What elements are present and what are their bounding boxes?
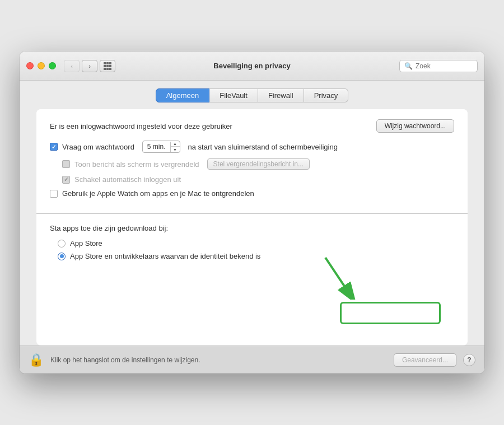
- checkbox-wachtwoord-label: Vraag om wachtwoord: [62, 143, 134, 151]
- after-stepper-label: na start van sluimerstand of schermbevei…: [188, 143, 338, 151]
- maximize-button[interactable]: [49, 62, 56, 69]
- lock-text: Klik op het hangslot om de instellingen …: [50, 356, 387, 364]
- checkbox-toon-row: Toon bericht als scherm is vergrendeld S…: [50, 158, 454, 170]
- radio-appstore[interactable]: [58, 240, 66, 247]
- password-row: Er is een inlogwachtwoord ingesteld voor…: [50, 119, 454, 133]
- search-input[interactable]: [416, 62, 473, 70]
- main-window: ‹ › Beveiliging en privacy 🔍 Algemeen Fi…: [20, 52, 484, 373]
- checkbox-applewatch-label: Gebruik je Apple Watch om apps en je Mac…: [62, 189, 254, 198]
- stepper-value: 5 min.: [143, 142, 171, 152]
- green-arrow: [320, 255, 359, 301]
- downloads-title: Sta apps toe die zijn gedownload bij:: [50, 224, 454, 232]
- help-button[interactable]: ?: [463, 354, 475, 366]
- grid-button[interactable]: [100, 60, 115, 72]
- bottom-bar: 🔒 Klik op het hangslot om de instellinge…: [20, 345, 484, 373]
- radio-appstore-dev-row: App Store en ontwikkelaars waarvan de id…: [50, 252, 454, 260]
- radio-appstore-row: App Store: [50, 239, 454, 247]
- tab-filevault[interactable]: FileVault: [209, 88, 258, 102]
- titlebar: ‹ › Beveiliging en privacy 🔍: [20, 52, 484, 81]
- radio-appstore-dev[interactable]: [58, 253, 66, 260]
- tab-firewall[interactable]: Firewall: [258, 88, 304, 102]
- grid-icon: [104, 62, 111, 70]
- checkbox-toon-label: Toon bericht als scherm is vergrendeld: [74, 160, 199, 169]
- top-section: Er is een inlogwachtwoord ingesteld voor…: [36, 109, 468, 213]
- traffic-lights: [26, 62, 56, 69]
- nav-buttons: ‹ ›: [64, 60, 97, 72]
- window-title: Beveiliging en privacy: [213, 62, 290, 70]
- stepper-down[interactable]: ▼: [171, 147, 180, 152]
- arrow-area: [50, 265, 454, 332]
- checkbox-toon[interactable]: [62, 160, 70, 168]
- search-box[interactable]: 🔍: [399, 60, 478, 72]
- content-area: Er is een inlogwachtwoord ingesteld voor…: [20, 109, 484, 345]
- highlighted-button-area[interactable]: [340, 302, 441, 324]
- stel-vergrendeling-button[interactable]: Stel vergrendelingsbericht in...: [207, 158, 310, 170]
- back-button[interactable]: ‹: [64, 60, 80, 72]
- radio-appstore-dev-label: App Store en ontwikkelaars waarvan de id…: [70, 252, 260, 260]
- minimize-button[interactable]: [38, 62, 45, 69]
- close-button[interactable]: [26, 62, 34, 69]
- geavanceerd-button[interactable]: Geavanceerd...: [394, 353, 456, 367]
- checkbox-schakel-row: Schakel automatisch inloggen uit: [50, 175, 454, 184]
- checkbox-wachtwoord[interactable]: [50, 143, 58, 151]
- checkbox-schakel-label: Schakel automatisch inloggen uit: [74, 175, 181, 184]
- password-label: Er is een inlogwachtwoord ingesteld voor…: [50, 122, 232, 130]
- search-icon: 🔍: [404, 62, 413, 70]
- time-stepper[interactable]: 5 min. ▲ ▼: [142, 141, 180, 153]
- tabs-bar: Algemeen FileVault Firewall Privacy: [20, 81, 484, 109]
- tab-algemeen[interactable]: Algemeen: [156, 88, 210, 102]
- bottom-section: Sta apps toe die zijn gedownload bij: Ap…: [36, 214, 468, 345]
- tab-privacy[interactable]: Privacy: [304, 88, 349, 102]
- checkbox-applewatch[interactable]: [50, 190, 58, 198]
- lock-icon: 🔒: [29, 353, 44, 367]
- svg-line-1: [325, 258, 348, 291]
- stepper-arrows: ▲ ▼: [171, 141, 180, 152]
- forward-button[interactable]: ›: [82, 60, 97, 72]
- radio-appstore-label: App Store: [70, 239, 102, 247]
- stepper-up[interactable]: ▲: [171, 141, 180, 147]
- checkbox-applewatch-row: Gebruik je Apple Watch om apps en je Mac…: [50, 189, 454, 198]
- checkbox-schakel[interactable]: [62, 176, 70, 184]
- main-box: Er is een inlogwachtwoord ingesteld voor…: [36, 109, 468, 345]
- checkbox-wachtwoord-row: Vraag om wachtwoord 5 min. ▲ ▼ na start …: [50, 141, 454, 153]
- wijzig-wachtwoord-button[interactable]: Wijzig wachtwoord...: [376, 119, 454, 133]
